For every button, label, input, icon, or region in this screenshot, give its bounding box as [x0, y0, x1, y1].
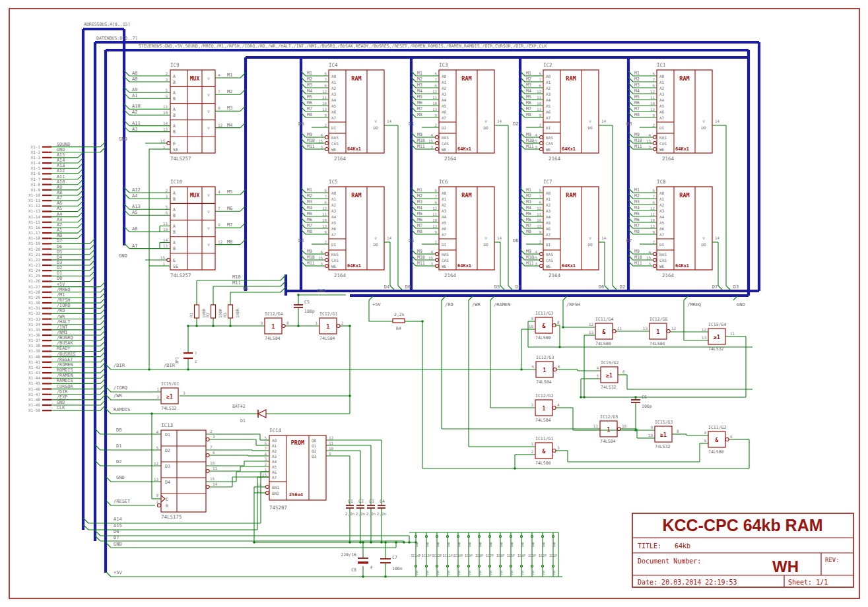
pin-number: 12 [432, 90, 437, 94]
inverted-output-icon: ▽ [484, 236, 487, 240]
net-label: A2 [442, 203, 447, 207]
inverter-bubble-icon [337, 325, 340, 328]
gate-id: IC15/G4 [708, 322, 726, 327]
inverter-bubble-icon [667, 330, 670, 333]
junction-dot [212, 325, 215, 327]
connector-pin-label: X1-4 [31, 160, 41, 165]
net-label: M3 [634, 199, 640, 205]
net-label: A1 [331, 197, 337, 201]
net-label: D6 [114, 529, 119, 534]
pin-number: 11 [537, 212, 541, 216]
pin-number: 13 [322, 224, 327, 228]
pin-number: 9 [325, 230, 327, 234]
net-label: M7 [307, 106, 312, 112]
net-label: M1 [634, 187, 640, 193]
pin-number: 10 [163, 110, 168, 115]
junction-dot [362, 541, 364, 544]
inverter-bubble-icon [540, 259, 543, 262]
junction-dot [403, 541, 405, 544]
connector-pin-label: X1-25 [28, 273, 40, 278]
gate-function: 1 [327, 324, 330, 330]
junction-dot [349, 395, 351, 397]
net-label: M3 [634, 82, 640, 88]
component-name: C1 [348, 499, 353, 504]
pin-number: 1 [264, 467, 267, 472]
net-label: A4 [659, 98, 665, 102]
pin-number: 2 [325, 123, 327, 127]
signal-label: A3 [57, 217, 62, 222]
pin-number: 14 [601, 119, 606, 123]
net-label: A3 [546, 92, 551, 96]
net-label: M4 [417, 205, 422, 210]
inverter-bubble-icon [206, 486, 209, 489]
connector-pin-label: X1-12 [28, 203, 40, 208]
junction-dot [384, 541, 387, 544]
gate-function: & [716, 437, 719, 443]
component-value: 100p [642, 404, 652, 409]
pin-number: 3 [213, 434, 215, 439]
net-label: D0 [116, 428, 121, 433]
net-label: M3 [526, 82, 531, 88]
junction-dot [150, 412, 153, 415]
connector-pin-label: X1-17 [28, 230, 40, 235]
net-label: M7 [526, 106, 531, 112]
net-label: D1 [165, 432, 170, 437]
pin-number: 3 [557, 445, 560, 450]
signal-label: /MREQ [57, 287, 70, 292]
net-label: DO [587, 125, 593, 130]
pin-number: 7 [539, 195, 542, 199]
component-name: C5 [304, 300, 310, 305]
net-label: A6 [272, 470, 277, 474]
pin-number: 9 [156, 493, 158, 497]
net-label: EN2 [272, 491, 279, 495]
resistor-body [195, 305, 199, 318]
component-value: 100n [392, 566, 403, 571]
signal-label: A1 [57, 228, 62, 233]
inverter-bubble-icon [552, 449, 556, 453]
ic-name: IC5 [329, 179, 338, 185]
net-label: A7 [331, 232, 337, 237]
pin-number: 9 [653, 113, 655, 117]
pin-number: 10 [529, 324, 534, 329]
pin-number: 14 [387, 119, 391, 123]
net-label: DI [659, 242, 665, 247]
net-label: A5 [442, 220, 447, 225]
drawing-title: KCC-CPC 64kb RAM [662, 516, 822, 534]
junction-dot [229, 325, 232, 327]
signal-label: D5 [57, 249, 62, 255]
pin-number: 9 [539, 113, 542, 117]
connector-pin-label: X1-37 [28, 338, 40, 342]
pin-number: 11 [650, 212, 655, 216]
connector-pin-label: X1-30 [28, 300, 40, 305]
net-label: A4 [546, 214, 551, 219]
gate-part: 74LS00 [535, 461, 551, 466]
net-label: A0 [331, 191, 337, 195]
pin-number: 6 [622, 369, 625, 374]
ic-part: 2164 [549, 156, 561, 162]
net-label: A6 [659, 110, 665, 114]
net-label: M2 [634, 77, 640, 82]
net-label: R [166, 503, 168, 509]
pin-number: 7 [325, 195, 327, 199]
net-label: A1 [659, 80, 665, 84]
pin-number: 6 [325, 84, 327, 88]
pin-number: 12 [154, 461, 159, 466]
inverter-bubble-icon [653, 136, 657, 139]
net-label: M4 [227, 123, 232, 128]
component-value: 2,2n [356, 511, 366, 516]
net-label: M11 [634, 144, 642, 149]
pin-number: 2 [539, 240, 542, 244]
net-label: A1 [659, 197, 665, 201]
net-label: M5 [417, 211, 422, 216]
power-pin-label: +5V [489, 570, 492, 575]
pin-number: 10 [322, 218, 327, 222]
ic-size: 64Kx1 [347, 146, 361, 152]
junction-dot [195, 325, 198, 327]
net-label: Q2 [312, 449, 317, 453]
net-label: GND [317, 288, 325, 294]
junction-dot [514, 467, 516, 470]
net-label: RAS [546, 252, 553, 257]
net-label: A10 [132, 104, 141, 109]
connector-pin-label: X1-15 [28, 220, 40, 224]
net-label: A7 [546, 232, 551, 237]
